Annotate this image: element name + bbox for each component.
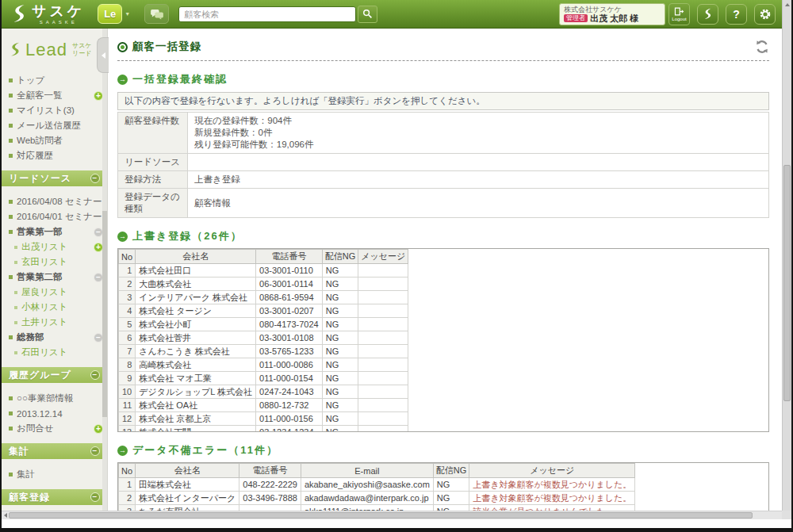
sidebar-item[interactable]: 対応履歴	[9, 148, 103, 163]
scroll-left-arrow-icon[interactable]	[2, 511, 9, 519]
column-header[interactable]: 配信NG	[433, 464, 469, 478]
sidebar-item[interactable]: 出茂リスト+	[9, 239, 103, 255]
confirm-row-value: 上書き登録	[188, 171, 769, 189]
sasuke-home-button[interactable]	[697, 4, 718, 25]
sidebar-item-label: 営業第二部	[17, 271, 90, 283]
sidebar-item[interactable]: 総務部−	[9, 330, 103, 345]
sidebar-item[interactable]: 土井リスト	[9, 315, 103, 330]
sidebar-item[interactable]: 全顧客一覧+	[9, 88, 103, 103]
horizontal-scrollbar-thumb[interactable]	[9, 512, 753, 519]
confirm-value-line: 顧客情報	[194, 197, 762, 209]
sidebar-item[interactable]: 2013.12.14	[9, 406, 103, 421]
confirm-row-label: 登録データの種類	[118, 189, 188, 218]
sidebar-item[interactable]: 2016/04/01 セミナー	[9, 209, 103, 224]
sidebar-scrollbar[interactable]	[102, 29, 107, 519]
sidebar-collapse-handle[interactable]	[97, 37, 109, 73]
table-cell: 上書き対象顧客が複数見つかりました。	[469, 492, 635, 505]
confirm-row-value: 現在の登録件数：904件新規登録件数：0件残り登録可能件数：19,096件	[188, 113, 769, 154]
page-title: 顧客一括登録	[132, 40, 201, 54]
bullet-icon	[9, 411, 13, 415]
column-header[interactable]: 電話番号	[256, 250, 323, 264]
lead-logo[interactable]: Lead サスケ リード	[2, 29, 107, 65]
collapse-minus-icon[interactable]: −	[90, 174, 100, 183]
table-cell: デジタルショップL 株式会社	[136, 385, 256, 399]
sidebar-item[interactable]: 2016/04/08 セミナー	[9, 194, 103, 209]
column-header[interactable]: No	[119, 250, 136, 264]
table-cell: NG	[322, 426, 358, 433]
column-header[interactable]: 会社名	[136, 250, 256, 264]
bullet-icon	[9, 94, 13, 98]
sidebar-group-header[interactable]: 集計−	[2, 443, 105, 459]
collapse-minus-icon[interactable]: −	[90, 446, 100, 456]
sidebar-group-title: 履歴グループ	[9, 369, 71, 382]
search-button[interactable]	[358, 6, 377, 23]
sidebar-item[interactable]: 営業第一部−	[9, 224, 103, 239]
top-header-bar: サスケ SAASKE Le ▼	[2, 0, 782, 29]
collapse-minus-icon[interactable]: −	[90, 492, 100, 502]
sidebar-item[interactable]: Web訪問者	[9, 133, 103, 148]
column-header[interactable]: メッセージ	[358, 250, 408, 264]
sidebar-scrollbar-thumb[interactable]	[102, 211, 107, 417]
lead-app-button[interactable]: Le	[98, 4, 122, 24]
logout-button[interactable]: Logout	[668, 3, 690, 25]
confirm-row-label: 顧客登録件数	[118, 113, 188, 154]
table-cell: 03-3496-7888	[239, 492, 301, 505]
app-switch-caret-icon[interactable]: ▼	[125, 11, 130, 17]
horizontal-scrollbar[interactable]	[2, 511, 782, 519]
gear-icon	[759, 8, 772, 21]
table-cell: NG	[322, 412, 358, 426]
sidebar-item[interactable]: 石田リスト	[9, 345, 103, 360]
lead-swoosh-icon	[8, 42, 22, 58]
table-row: 2大曲株式会社06-3001-0114NG	[119, 277, 408, 291]
sidebar-item[interactable]: 屋良リスト	[9, 285, 103, 300]
confirm-row-value	[188, 154, 769, 171]
table-cell: インテリアパーク 株式会社	[136, 291, 256, 304]
confirm-row: 登録方法上書き登録	[118, 171, 769, 189]
role-badge: 管理者	[564, 14, 588, 22]
bullet-icon	[9, 124, 13, 128]
table-cell: 株式会社田口	[136, 264, 256, 277]
sidebar-item[interactable]: 小林リスト	[9, 300, 103, 315]
help-button[interactable]: ?	[726, 4, 747, 25]
sidebar-item[interactable]: トップ	[9, 73, 103, 88]
section-arrow-icon: →	[117, 232, 128, 242]
sidebar-group-header[interactable]: 顧客登録−	[2, 489, 105, 505]
sasuke-logo[interactable]: サスケ SAASKE	[10, 4, 85, 25]
table-cell	[358, 358, 408, 372]
table-cell: NG	[322, 277, 358, 291]
confirm-notice: 以下の内容で登録を行ないます。よろしければ「登録実行」ボタンを押してください。	[117, 92, 769, 110]
sidebar-item[interactable]: マイリスト(3)	[9, 103, 103, 118]
column-header[interactable]: メッセージ	[469, 464, 635, 478]
vertical-scrollbar[interactable]	[782, 0, 791, 519]
table-cell: NG	[322, 385, 358, 399]
column-header[interactable]: 配信NG	[322, 250, 358, 264]
lead-logo-text: Lead	[25, 40, 67, 60]
chat-button[interactable]	[144, 4, 169, 24]
sidebar-item[interactable]: メール送信履歴	[9, 118, 103, 133]
sidebar-item[interactable]: 集計	[9, 467, 103, 482]
bullet-icon	[14, 246, 17, 249]
scroll-up-arrow-icon[interactable]	[783, 1, 791, 8]
sidebar-item[interactable]: お問合せ+	[9, 421, 103, 436]
table-cell: 7	[119, 345, 136, 358]
collapse-minus-icon[interactable]: −	[90, 370, 100, 380]
sidebar-item[interactable]: 玄田リスト	[9, 255, 103, 270]
column-header[interactable]: No	[119, 464, 136, 478]
sidebar-group-header[interactable]: リードソース−	[2, 170, 105, 186]
table-cell: 4	[119, 304, 136, 318]
sidebar-item[interactable]: ○○事業部情報	[9, 391, 103, 406]
sidebar-item-label: 全顧客一覧	[17, 90, 90, 101]
column-header[interactable]: E-mail	[301, 464, 433, 478]
account-info-box[interactable]: 株式会社サスケケ 管理者 出茂 太郎 様	[559, 3, 665, 25]
table-row: 6株式会社菅井03-3001-0108NG	[119, 331, 408, 345]
table-cell: 3	[119, 291, 136, 304]
vertical-scrollbar-thumb[interactable]	[783, 165, 791, 401]
sidebar-item[interactable]: 営業第二部−	[9, 270, 103, 285]
table-cell: 株式会社菅井	[136, 331, 256, 345]
sidebar-group-header[interactable]: 履歴グループ−	[2, 367, 105, 383]
column-header[interactable]: 会社名	[136, 464, 239, 478]
refresh-icon[interactable]	[755, 40, 769, 54]
column-header[interactable]: 電話番号	[239, 464, 301, 478]
settings-button[interactable]	[754, 4, 776, 25]
search-input[interactable]	[178, 6, 356, 22]
